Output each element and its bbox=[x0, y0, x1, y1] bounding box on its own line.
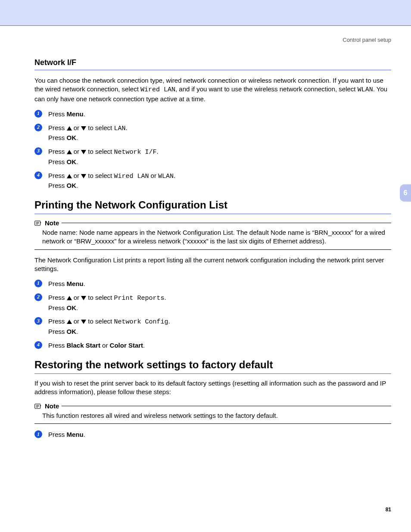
note-label: Note bbox=[45, 219, 59, 227]
mono-text: WLAN bbox=[158, 173, 174, 180]
section2-steps: 1 Press Menu. 2 Press or to select Print… bbox=[34, 279, 391, 350]
arrow-down-icon bbox=[81, 174, 86, 178]
text: Press bbox=[48, 148, 67, 155]
step: 4 Press or to select Wired LAN or WLAN. … bbox=[34, 171, 391, 191]
section-title-text: Network I/F bbox=[34, 58, 76, 67]
page-content: Control panel setup Network I/F 6 You ca… bbox=[0, 26, 411, 439]
text: to select bbox=[86, 148, 114, 155]
text: , and if you want to use the wireless ne… bbox=[175, 85, 358, 93]
step-number-icon: 3 bbox=[34, 147, 42, 155]
mono-text: Wired LAN bbox=[114, 173, 149, 180]
mono-text: Network I/F bbox=[114, 149, 156, 156]
bold-text: OK bbox=[67, 182, 77, 189]
step: 1 Press Menu. bbox=[34, 430, 391, 439]
step: 1 Press Menu. bbox=[34, 279, 391, 289]
text: or bbox=[72, 317, 81, 325]
section3-intro: If you wish to reset the print server ba… bbox=[34, 379, 391, 397]
mono-text: Network Config bbox=[114, 318, 168, 326]
note-block: Note Node name: Node name appears in the… bbox=[34, 219, 391, 250]
text: . bbox=[174, 172, 175, 179]
arrow-down-icon bbox=[81, 320, 86, 324]
text: Press bbox=[48, 342, 67, 349]
text: . bbox=[76, 158, 78, 165]
bold-text: OK bbox=[67, 134, 77, 141]
text: . bbox=[84, 110, 85, 118]
text: Press bbox=[48, 134, 67, 141]
mono-text: LAN bbox=[114, 125, 125, 132]
bold-text: OK bbox=[67, 328, 77, 335]
mono-text: Print Reports bbox=[114, 295, 164, 302]
text: . bbox=[76, 134, 78, 141]
text: Press bbox=[48, 317, 67, 325]
note-rule bbox=[62, 223, 391, 223]
section-id: 6 bbox=[387, 361, 391, 370]
bold-text: Color Start bbox=[110, 342, 143, 349]
note-label: Note bbox=[45, 402, 59, 410]
section2-intro: The Network Configuration List prints a … bbox=[34, 256, 391, 274]
arrow-up-icon bbox=[67, 296, 72, 300]
arrow-down-icon bbox=[81, 296, 86, 300]
text: . bbox=[76, 304, 78, 311]
step-number-icon: 1 bbox=[34, 430, 42, 438]
step-number-icon: 1 bbox=[34, 280, 42, 287]
bold-text: Black Start bbox=[67, 342, 100, 349]
arrow-up-icon bbox=[67, 174, 72, 178]
heading-restore-factory: Restoring the network settings to factor… bbox=[34, 359, 391, 374]
step-number-icon: 2 bbox=[34, 124, 42, 131]
arrow-up-icon bbox=[67, 320, 72, 324]
text: or bbox=[72, 148, 81, 155]
text: . bbox=[84, 431, 85, 438]
arrow-up-icon bbox=[67, 150, 72, 154]
text: Press bbox=[48, 328, 67, 335]
text: Press bbox=[48, 172, 67, 179]
step: 3 Press or to select Network Config. Pre… bbox=[34, 317, 391, 336]
step-number-icon: 1 bbox=[34, 110, 42, 118]
heading-text: Printing the Network Configuration List bbox=[34, 199, 227, 211]
text: Press bbox=[48, 294, 67, 301]
step: 2 Press or to select LAN. Press OK. bbox=[34, 123, 391, 143]
text: or bbox=[72, 124, 81, 131]
bold-text: OK bbox=[67, 158, 77, 165]
bold-text: Menu bbox=[67, 110, 84, 118]
text: to select bbox=[86, 124, 114, 131]
note-pencil-icon bbox=[34, 220, 42, 227]
note-pencil-icon bbox=[34, 403, 42, 410]
page-number: 81 bbox=[386, 507, 391, 513]
step-number-icon: 2 bbox=[34, 293, 42, 301]
note-header: Note bbox=[34, 219, 391, 227]
note-body: Node name: Node name appears in the Netw… bbox=[34, 227, 391, 250]
arrow-down-icon bbox=[81, 150, 86, 154]
section-id: 6 bbox=[387, 58, 391, 67]
section1-intro: You can choose the network connection ty… bbox=[34, 76, 391, 103]
text: . bbox=[84, 280, 85, 287]
step-number-icon: 4 bbox=[34, 341, 42, 349]
text: Press bbox=[48, 110, 67, 118]
text: or bbox=[72, 294, 81, 301]
heading-text: Restoring the network settings to factor… bbox=[34, 359, 273, 371]
text: Press bbox=[48, 431, 67, 438]
note-rule bbox=[62, 406, 391, 406]
text: . bbox=[156, 148, 158, 155]
arrow-up-icon bbox=[67, 126, 72, 131]
heading-printing-config-list: Printing the Network Configuration List … bbox=[34, 199, 391, 214]
step: 4 Press Black Start or Color Start. bbox=[34, 341, 391, 350]
section-id: 6 bbox=[387, 202, 391, 211]
top-band bbox=[0, 0, 411, 26]
text: . bbox=[76, 182, 78, 189]
text: . bbox=[164, 294, 166, 301]
note-body: This function restores all wired and wir… bbox=[34, 411, 391, 424]
text: Press bbox=[48, 182, 67, 189]
bold-text: Menu bbox=[67, 431, 84, 438]
text: . bbox=[168, 317, 170, 325]
text: to select bbox=[86, 172, 114, 179]
chapter-tab: 6 bbox=[400, 184, 411, 202]
text: or bbox=[149, 172, 158, 179]
step: 1 Press Menu. bbox=[34, 109, 391, 119]
step-number-icon: 3 bbox=[34, 317, 42, 325]
text: . bbox=[76, 328, 78, 335]
step: 3 Press or to select Network I/F. Press … bbox=[34, 147, 391, 167]
text: . bbox=[125, 124, 127, 131]
text: or bbox=[100, 342, 110, 349]
step-number-icon: 4 bbox=[34, 171, 42, 179]
text: Press bbox=[48, 158, 67, 165]
